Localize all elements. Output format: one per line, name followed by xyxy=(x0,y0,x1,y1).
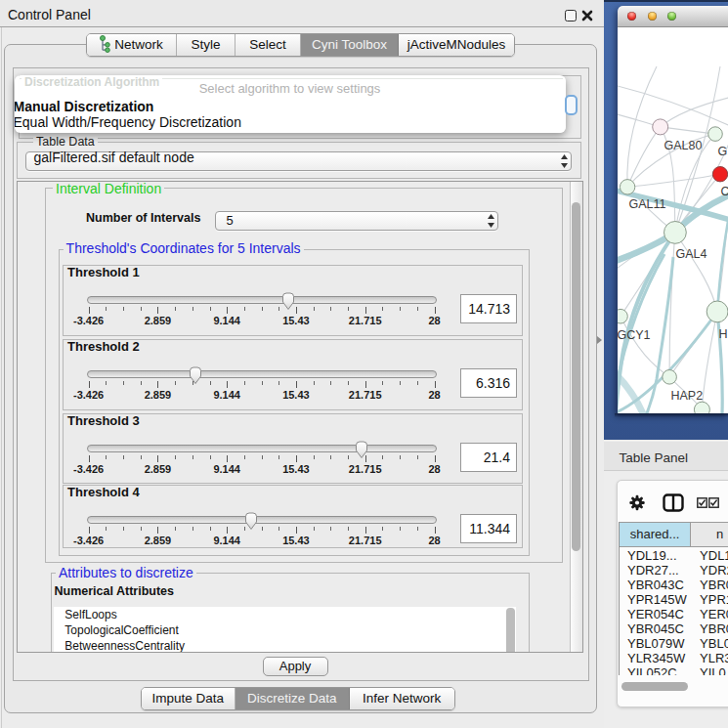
svg-text:GAL4: GAL4 xyxy=(675,247,707,261)
svg-text:C: C xyxy=(720,185,728,198)
svg-text:HAP2: HAP2 xyxy=(670,389,703,403)
svg-text:H: H xyxy=(718,327,727,341)
svg-text:G.: G. xyxy=(717,145,728,158)
svg-text:GAL11: GAL11 xyxy=(628,197,665,211)
svg-text:GAL80: GAL80 xyxy=(664,138,702,151)
svg-text:GCY1: GCY1 xyxy=(618,328,651,342)
